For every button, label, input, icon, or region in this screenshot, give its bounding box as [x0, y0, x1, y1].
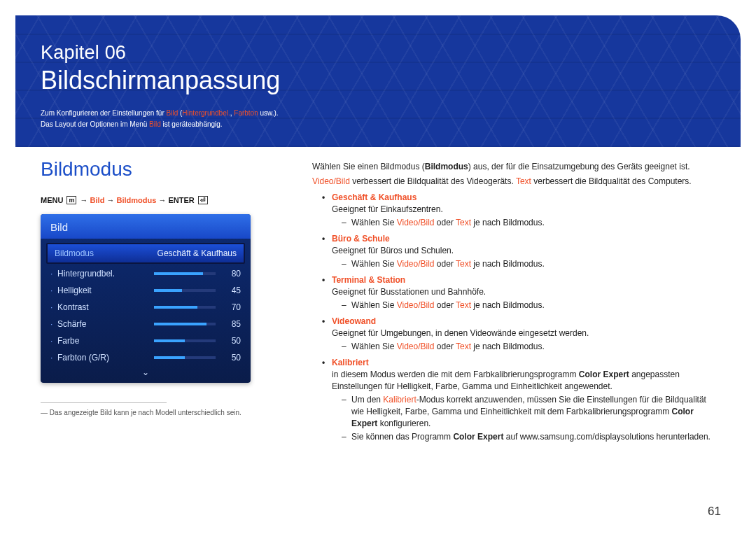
bullet-icon: ·: [50, 302, 57, 312]
osd-slider-name: Farbton (G/R): [57, 353, 154, 363]
mode-desc: in diesem Modus werden die mit dem Farbk…: [332, 370, 680, 391]
bullet-icon: ·: [50, 286, 57, 295]
enter-icon: ⏎: [198, 196, 208, 204]
mode-sub: Um den Kalibriert-Modus korrekt anzuwend…: [342, 394, 721, 430]
mode-name: Kalibriert: [332, 358, 369, 367]
mode-item-kalibriert: Kalibriertin diesem Modus werden die mit…: [322, 357, 721, 443]
osd-slider-row[interactable]: ·Hintergrundbel.80: [41, 265, 251, 282]
page-number: 61: [708, 505, 721, 519]
osd-mode-row[interactable]: Bildmodus Geschäft & Kaufhaus: [46, 243, 245, 264]
mode-name: Terminal & Station: [332, 275, 405, 285]
mode-sub: Wählen Sie Video/Bild oder Text je nach …: [342, 217, 721, 229]
mode-item: VideowandGeeignet für Umgebungen, in den…: [322, 316, 721, 353]
footnote-rule: [41, 402, 167, 403]
osd-mode-label: Bildmodus: [55, 248, 94, 258]
osd-title: Bild: [41, 214, 251, 239]
osd-slider-row[interactable]: ·Farbton (G/R)50: [41, 349, 251, 366]
osd-slider-name: Farbe: [57, 336, 154, 346]
intro-paragraph-2: Video/Bild verbessert die Bildqualität d…: [312, 176, 721, 188]
osd-slider-value: 80: [224, 269, 241, 279]
osd-slider-bar[interactable]: [154, 289, 216, 292]
mode-name: Geschäft & Kaufhaus: [332, 192, 416, 202]
mode-desc: Geeignet für Einkaufszentren.: [332, 204, 443, 214]
intro-paragraph-1: Wählen Sie einen Bildmodus (Bildmodus) a…: [312, 161, 721, 173]
osd-mode-value: Geschäft & Kaufhaus: [158, 248, 237, 258]
osd-slider-bar[interactable]: [154, 323, 216, 325]
osd-slider-row[interactable]: ·Schärfe85: [41, 316, 251, 332]
mode-sub: Wählen Sie Video/Bild oder Text je nach …: [342, 300, 721, 311]
osd-slider-row[interactable]: ·Kontrast70: [41, 299, 251, 316]
osd-slider-value: 45: [224, 286, 241, 295]
footnote: ― Das angezeigte Bild kann je nach Model…: [41, 409, 275, 416]
mode-desc: Geeignet für Busstationen und Bahnhöfe.: [332, 287, 486, 297]
mode-item: Büro & SchuleGeeignet für Büros und Schu…: [322, 233, 721, 270]
right-column: Wählen Sie einen Bildmodus (Bildmodus) a…: [312, 161, 721, 443]
mode-sub: Wählen Sie Video/Bild oder Text je nach …: [342, 258, 721, 270]
bullet-icon: ·: [50, 269, 57, 279]
osd-slider-name: Helligkeit: [57, 286, 154, 295]
chapter-line: Kapitel 06: [41, 42, 126, 64]
osd-panel: Bild Bildmodus Geschäft & Kaufhaus ·Hint…: [41, 214, 251, 383]
osd-slider-name: Hintergrundbel.: [57, 269, 154, 279]
mode-desc: Geeignet für Umgebungen, in denen Videow…: [332, 328, 589, 338]
osd-slider-name: Schärfe: [57, 319, 154, 329]
section-heading: Bildmodus: [41, 158, 275, 181]
menu-breadcrumb: MENU m → Bild → Bildmodus → ENTER ⏎: [41, 196, 275, 204]
mode-item: Terminal & StationGeeignet für Busstatio…: [322, 274, 721, 311]
mode-sub: Wählen Sie Video/Bild oder Text je nach …: [342, 341, 721, 353]
osd-slider-bar[interactable]: [154, 356, 216, 359]
osd-slider-bar[interactable]: [154, 272, 216, 275]
mode-name: Büro & Schule: [332, 234, 390, 244]
osd-slider-row[interactable]: ·Helligkeit45: [41, 282, 251, 299]
osd-slider-value: 50: [224, 336, 241, 346]
mode-desc: Geeignet für Büros und Schulen.: [332, 246, 454, 255]
osd-slider-bar[interactable]: [154, 339, 216, 342]
osd-slider-value: 50: [224, 353, 241, 363]
osd-slider-value: 70: [224, 302, 241, 312]
osd-slider-row[interactable]: ·Farbe50: [41, 332, 251, 349]
bullet-icon: ·: [50, 319, 57, 329]
left-column: Bildmodus MENU m → Bild → Bildmodus → EN…: [41, 158, 275, 416]
mode-name: Videowand: [332, 316, 376, 326]
menu-icon: m: [66, 196, 76, 204]
chapter-title: Bildschirmanpassung: [41, 66, 280, 95]
chevron-down-icon[interactable]: ⌄: [41, 366, 251, 383]
osd-slider-bar[interactable]: [154, 306, 216, 309]
hero-band: Kapitel 06 Bildschirmanpassung Zum Konfi…: [15, 15, 741, 147]
osd-slider-value: 85: [224, 319, 241, 329]
mode-item: Geschäft & KaufhausGeeignet für Einkaufs…: [322, 192, 721, 229]
bullet-icon: ·: [50, 353, 57, 363]
osd-slider-name: Kontrast: [57, 302, 154, 312]
intro-text: Zum Konfigurieren der Einstellungen für …: [41, 108, 279, 130]
mode-sub: Sie können das Programm Color Expert auf…: [342, 431, 721, 443]
bullet-icon: ·: [50, 336, 57, 346]
